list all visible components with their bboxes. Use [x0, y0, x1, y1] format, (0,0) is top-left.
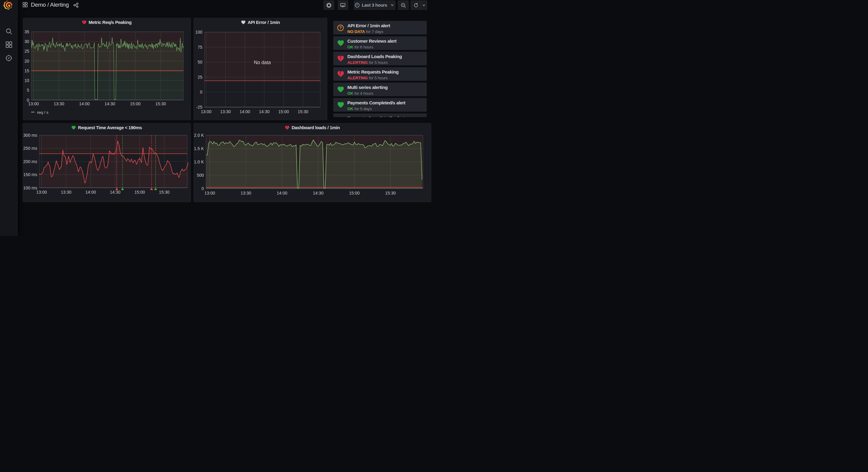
svg-text:14:30: 14:30: [313, 190, 323, 196]
svg-text:25: 25: [197, 75, 202, 79]
svg-text:14:30: 14:30: [259, 109, 270, 114]
svg-text:14:00: 14:00: [277, 190, 287, 196]
svg-text:75: 75: [197, 45, 202, 49]
svg-text:15:00: 15:00: [278, 109, 289, 114]
svg-text:1.0 K: 1.0 K: [194, 159, 204, 164]
svg-text:13:30: 13:30: [54, 101, 64, 106]
svg-text:13:00: 13:00: [36, 189, 46, 194]
svg-text:13:00: 13:00: [28, 101, 39, 106]
svg-text:?: ?: [339, 25, 341, 30]
svg-text:100: 100: [195, 30, 203, 34]
svg-text:-25: -25: [196, 105, 202, 110]
svg-text:13:30: 13:30: [220, 109, 231, 114]
svg-text:25: 25: [24, 49, 29, 54]
svg-text:200 ms: 200 ms: [23, 159, 37, 164]
svg-text:50: 50: [197, 60, 202, 64]
svg-text:15:30: 15:30: [385, 190, 396, 196]
svg-text:No data: No data: [254, 60, 271, 65]
svg-text:500: 500: [197, 173, 204, 177]
svg-text:5: 5: [27, 88, 29, 93]
svg-text:10: 10: [24, 78, 29, 83]
svg-text:13:30: 13:30: [241, 190, 251, 196]
svg-text:15:00: 15:00: [349, 190, 360, 196]
svg-text:0: 0: [202, 186, 204, 190]
svg-text:13:30: 13:30: [61, 189, 71, 194]
svg-text:req / s: req / s: [37, 110, 49, 114]
svg-text:0: 0: [200, 90, 202, 94]
svg-text:100 ms: 100 ms: [23, 185, 37, 190]
svg-text:2.0 K: 2.0 K: [194, 133, 204, 138]
svg-text:13:00: 13:00: [205, 190, 215, 196]
svg-text:150 ms: 150 ms: [23, 172, 37, 177]
svg-text:15:30: 15:30: [155, 101, 166, 106]
svg-text:13:00: 13:00: [201, 109, 211, 114]
svg-text:14:30: 14:30: [104, 101, 115, 106]
svg-text:35: 35: [24, 29, 29, 34]
svg-text:20: 20: [24, 58, 29, 63]
svg-text:15:00: 15:00: [130, 101, 140, 106]
svg-text:14:00: 14:00: [85, 189, 96, 194]
svg-text:300 ms: 300 ms: [23, 133, 37, 138]
svg-text:15: 15: [24, 68, 29, 73]
svg-text:14:00: 14:00: [240, 109, 250, 114]
svg-text:14:30: 14:30: [110, 189, 120, 194]
svg-text:250 ms: 250 ms: [23, 146, 37, 151]
svg-text:30: 30: [24, 39, 29, 44]
svg-text:15:00: 15:00: [134, 189, 145, 194]
svg-text:15:30: 15:30: [298, 109, 308, 114]
svg-text:14:00: 14:00: [79, 101, 90, 106]
svg-text:1.5 K: 1.5 K: [194, 146, 204, 151]
svg-text:15:30: 15:30: [159, 189, 169, 194]
